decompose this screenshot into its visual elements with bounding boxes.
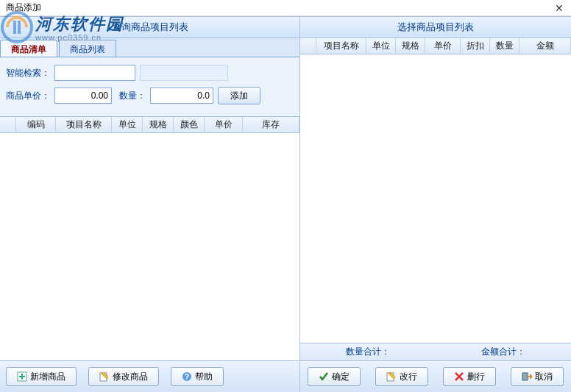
left-col-spec[interactable]: 规格 bbox=[143, 117, 174, 132]
price-label: 商品单价： bbox=[6, 90, 50, 102]
help-button[interactable]: ? 帮助 bbox=[171, 367, 224, 386]
check-icon bbox=[319, 371, 329, 382]
add-button[interactable]: 添加 bbox=[218, 87, 260, 104]
modify-label: 改行 bbox=[400, 371, 417, 383]
right-col-selector[interactable] bbox=[300, 38, 316, 54]
help-label: 帮助 bbox=[195, 371, 213, 383]
titlebar: 商品添加 ✕ bbox=[0, 0, 571, 16]
help-icon: ? bbox=[182, 371, 192, 382]
close-icon[interactable]: ✕ bbox=[552, 2, 567, 14]
ok-label: 确定 bbox=[332, 371, 350, 383]
summary-row: 数量合计： 金额合计： bbox=[300, 343, 571, 360]
left-table-body[interactable] bbox=[0, 133, 299, 360]
search-label: 智能检索： bbox=[6, 67, 50, 79]
svg-rect-8 bbox=[522, 373, 528, 380]
new-product-button[interactable]: 新增商品 bbox=[6, 367, 77, 386]
left-col-price[interactable]: 单价 bbox=[205, 117, 243, 132]
plus-icon bbox=[17, 371, 27, 382]
delete-label: 删行 bbox=[467, 371, 485, 383]
left-col-selector[interactable] bbox=[0, 117, 16, 132]
left-col-unit[interactable]: 单位 bbox=[112, 117, 143, 132]
delete-row-button[interactable]: 删行 bbox=[443, 367, 496, 386]
left-panel: 查询商品项目列表 商品清单 商品列表 智能检索： 商品单价： 数量： 添加 编码 bbox=[0, 16, 300, 392]
cancel-button[interactable]: 取消 bbox=[511, 367, 564, 386]
left-col-code[interactable]: 编码 bbox=[16, 117, 56, 132]
price-input[interactable] bbox=[54, 88, 112, 104]
qty-label: 数量： bbox=[119, 90, 146, 102]
exit-icon bbox=[522, 371, 532, 382]
search-aux-box bbox=[140, 65, 228, 81]
right-col-amount[interactable]: 金额 bbox=[519, 38, 571, 54]
left-col-stock[interactable]: 库存 bbox=[243, 117, 299, 132]
right-table-body[interactable] bbox=[300, 54, 571, 343]
amount-total-label: 金额合计： bbox=[481, 346, 525, 358]
tabs: 商品清单 商品列表 bbox=[0, 38, 299, 57]
qty-input[interactable] bbox=[150, 88, 213, 104]
left-table-header: 编码 项目名称 单位 规格 颜色 单价 库存 bbox=[0, 117, 299, 133]
right-col-unit[interactable]: 单位 bbox=[366, 38, 396, 54]
right-col-name[interactable]: 项目名称 bbox=[316, 38, 366, 54]
pencil-icon bbox=[386, 371, 397, 382]
window-title: 商品添加 bbox=[6, 1, 41, 14]
left-col-name[interactable]: 项目名称 bbox=[56, 117, 112, 132]
tab-product-list[interactable]: 商品列表 bbox=[59, 40, 116, 57]
search-input[interactable] bbox=[54, 65, 135, 81]
ok-button[interactable]: 确定 bbox=[308, 367, 361, 386]
qty-total-label: 数量合计： bbox=[346, 346, 390, 358]
cancel-label: 取消 bbox=[535, 371, 553, 383]
modify-row-button[interactable]: 改行 bbox=[375, 367, 428, 386]
right-panel: 选择商品项目列表 项目名称 单位 规格 单价 折扣 数量 金额 数量合计： 金额… bbox=[300, 16, 571, 392]
new-product-label: 新增商品 bbox=[30, 371, 65, 383]
svg-text:?: ? bbox=[185, 373, 189, 381]
right-footer: 确定 改行 删行 取消 bbox=[300, 360, 571, 392]
right-col-discount[interactable]: 折扣 bbox=[461, 38, 490, 54]
right-col-spec[interactable]: 规格 bbox=[396, 38, 425, 54]
left-table: 编码 项目名称 单位 规格 颜色 单价 库存 bbox=[0, 117, 299, 360]
left-col-color[interactable]: 颜色 bbox=[174, 117, 205, 132]
search-form: 智能检索： 商品单价： 数量： 添加 bbox=[0, 57, 299, 117]
right-col-price[interactable]: 单价 bbox=[425, 38, 461, 54]
edit-product-button[interactable]: 修改商品 bbox=[88, 367, 159, 386]
left-footer: 新增商品 修改商品 ? 帮助 bbox=[0, 360, 299, 392]
left-section-header: 查询商品项目列表 bbox=[0, 16, 299, 38]
x-icon bbox=[454, 371, 464, 382]
edit-icon bbox=[99, 371, 110, 382]
right-section-header: 选择商品项目列表 bbox=[300, 16, 571, 38]
tab-product-bill[interactable]: 商品清单 bbox=[0, 40, 57, 57]
right-col-qty[interactable]: 数量 bbox=[490, 38, 519, 54]
right-table-header: 项目名称 单位 规格 单价 折扣 数量 金额 bbox=[300, 38, 571, 54]
edit-product-label: 修改商品 bbox=[113, 371, 148, 383]
